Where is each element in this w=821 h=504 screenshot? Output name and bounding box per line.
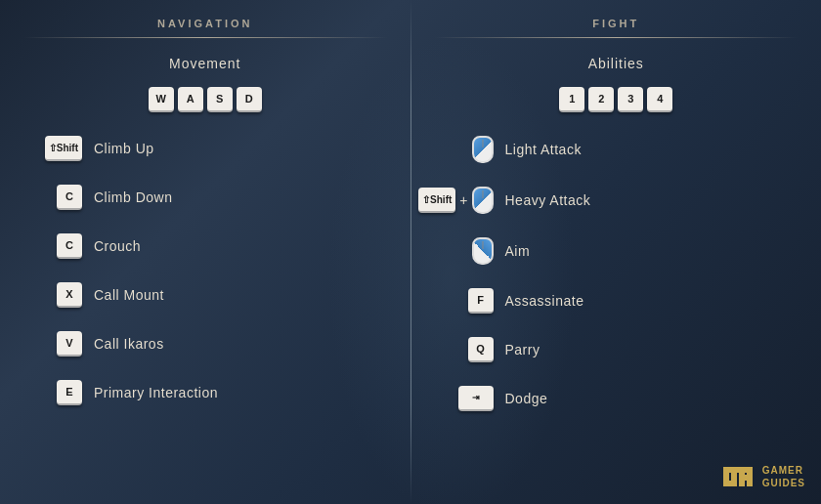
- svg-rect-3: [739, 481, 745, 486]
- key-area-mouse-left: [435, 136, 494, 163]
- plus-sign: +: [459, 192, 467, 208]
- action-call-ikaros: V Call Ikaros: [23, 327, 387, 360]
- label-call-mount: Call Mount: [94, 287, 164, 303]
- fight-title: FIGHT: [435, 18, 799, 29]
- action-dodge: ⇥ Dodge: [435, 382, 799, 415]
- action-call-mount: X Call Mount: [23, 278, 387, 312]
- label-primary-interaction: Primary Interaction: [94, 385, 218, 400]
- key-c-crouch: C: [57, 233, 82, 259]
- action-heavy-attack: ⇧Shift + Heavy Attack: [435, 183, 799, 218]
- key-3: 3: [618, 87, 643, 112]
- key-tab: ⇥: [458, 386, 494, 411]
- mouse-left-icon: [472, 136, 494, 163]
- action-crouch: C Crouch: [23, 230, 387, 263]
- action-aim: Aim: [435, 233, 799, 269]
- action-assassinate: F Assassinate: [435, 284, 799, 317]
- fight-section: FIGHT Abilities 1 2 3 4 Light Attack ⇧Sh…: [411, 0, 822, 504]
- label-dodge: Dodge: [505, 391, 548, 406]
- action-light-attack: Light Attack: [435, 132, 799, 167]
- mouse-left-heavy-icon: [472, 187, 494, 214]
- key-d: D: [237, 87, 262, 112]
- svg-rect-5: [723, 467, 753, 473]
- key-area-shift-mouse: ⇧Shift +: [435, 187, 494, 214]
- label-parry: Parry: [505, 342, 540, 357]
- fight-divider: [435, 37, 799, 38]
- movement-title: Movement: [23, 56, 387, 71]
- num-group: 1 2 3 4: [435, 87, 799, 112]
- key-x: X: [57, 282, 82, 308]
- logo-area: GAMERGUIDES: [723, 461, 805, 492]
- key-area-e: E: [23, 380, 82, 405]
- key-shift-climb: ⇧Shift: [45, 136, 82, 161]
- main-content: NAVIGATION Movement W A S D ⇧Shift Climb…: [0, 0, 821, 504]
- key-area-c-crouch: C: [23, 233, 82, 259]
- navigation-divider: [23, 37, 387, 38]
- key-area-f: F: [435, 288, 494, 314]
- label-light-attack: Light Attack: [505, 142, 582, 157]
- key-area-q: Q: [435, 337, 494, 362]
- label-climb-down: Climb Down: [94, 189, 172, 205]
- wasd-group: W A S D: [23, 87, 387, 112]
- svg-rect-7: [739, 475, 753, 481]
- label-assassinate: Assassinate: [505, 293, 584, 309]
- action-climb-down: C Climb Down: [23, 181, 387, 214]
- key-area-tab: ⇥: [435, 386, 494, 411]
- key-a: A: [178, 87, 203, 112]
- key-c-climb: C: [57, 185, 82, 210]
- logo-text: GAMERGUIDES: [762, 464, 805, 489]
- navigation-title: NAVIGATION: [23, 18, 387, 29]
- key-4: 4: [647, 87, 672, 112]
- key-q: Q: [468, 337, 494, 362]
- svg-rect-6: [723, 481, 737, 486]
- key-area-x: X: [23, 282, 82, 308]
- key-area-c-climb: C: [23, 185, 82, 210]
- key-s: S: [207, 87, 233, 112]
- navigation-section: NAVIGATION Movement W A S D ⇧Shift Climb…: [0, 0, 410, 504]
- key-2: 2: [588, 87, 614, 112]
- action-parry: Q Parry: [435, 333, 799, 366]
- key-area-v: V: [23, 331, 82, 357]
- gamer-guides-logo-icon: [723, 461, 755, 492]
- abilities-title: Abilities: [435, 56, 799, 71]
- label-aim: Aim: [505, 243, 531, 259]
- key-shift-heavy: ⇧Shift: [418, 188, 455, 213]
- key-area-mouse-right: [435, 237, 494, 265]
- key-area-shift-climb: ⇧Shift: [23, 136, 82, 161]
- key-f: F: [468, 288, 494, 314]
- key-1: 1: [559, 87, 584, 112]
- label-call-ikaros: Call Ikaros: [94, 336, 164, 352]
- label-crouch: Crouch: [94, 238, 141, 254]
- mouse-right-icon: [472, 237, 494, 265]
- sections-wrapper: NAVIGATION Movement W A S D ⇧Shift Climb…: [0, 0, 821, 504]
- key-e: E: [57, 380, 82, 405]
- action-primary-interaction: E Primary Interaction: [23, 376, 387, 409]
- key-w: W: [149, 87, 174, 112]
- label-climb-up: Climb Up: [94, 141, 154, 156]
- action-climb-up: ⇧Shift Climb Up: [23, 132, 387, 165]
- label-heavy-attack: Heavy Attack: [505, 192, 591, 208]
- key-v: V: [57, 331, 82, 357]
